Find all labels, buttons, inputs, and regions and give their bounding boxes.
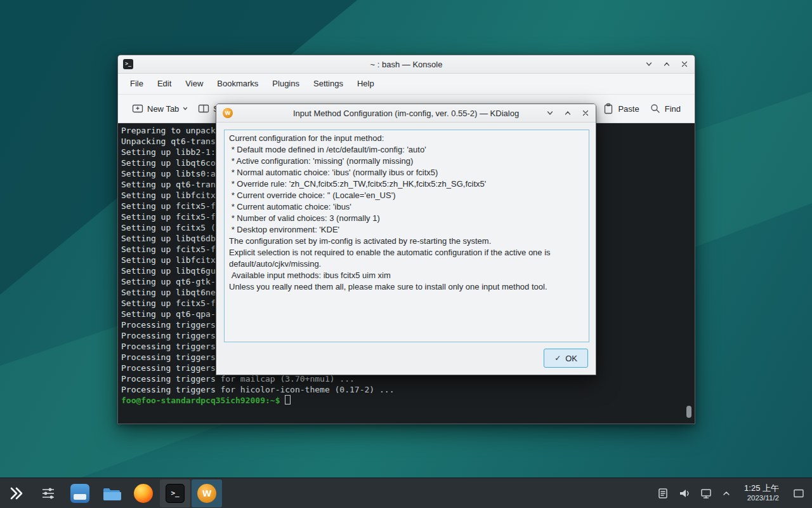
pinned-app-discover[interactable] (65, 479, 95, 507)
dialog-minimize-button[interactable] (545, 108, 555, 118)
config-line: Explicit selection is not required to en… (229, 247, 584, 270)
chevron-down-icon (546, 109, 554, 117)
menu-item-settings[interactable]: Settings (306, 74, 350, 94)
configuration-text-area[interactable]: Current configuration for the input meth… (224, 130, 589, 342)
clock-time: 1:25 上午 (744, 483, 779, 494)
ok-button-label: OK (565, 354, 577, 363)
konsole-app-icon[interactable]: >_ (123, 59, 133, 69)
chevron-down-icon (183, 106, 188, 111)
firefox-icon (134, 484, 153, 503)
display-icon[interactable] (700, 487, 712, 500)
dialog-maximize-button[interactable] (563, 108, 573, 118)
im-config-app-icon: W (223, 108, 233, 118)
paste-label: Paste (618, 104, 639, 114)
config-line: * Desktop environment: 'KDE' (229, 224, 584, 236)
close-icon (681, 60, 688, 68)
ok-button[interactable]: ✓ OK (544, 349, 588, 368)
clipboard-icon (603, 103, 614, 114)
tab-plus-icon (132, 103, 143, 114)
config-line: * Current override choice: '' (Locale='e… (229, 190, 584, 201)
taskbar-app-im-config[interactable]: W (192, 479, 222, 507)
show-desktop-icon (793, 488, 804, 498)
config-line: Unless you really need them all, please … (229, 281, 584, 293)
new-tab-button[interactable]: New Tab (127, 99, 193, 118)
discover-icon (70, 484, 89, 503)
taskbar-app-konsole[interactable]: >_ (160, 479, 190, 507)
im-config-dialog: W Input Method Configuration (im-config,… (216, 104, 596, 375)
dialog-title: Input Method Configuration (im-config, v… (216, 109, 596, 118)
find-label: Find (665, 104, 681, 114)
magnifier-icon (650, 103, 661, 114)
volume-icon[interactable] (678, 487, 691, 500)
konsole-titlebar[interactable]: >_ ~ : bash — Konsole (118, 55, 695, 74)
config-line: * Normal automatic choice: 'ibus' (norma… (229, 167, 584, 178)
konsole-maximize-button[interactable] (662, 59, 672, 69)
menu-item-bookmarks[interactable]: Bookmarks (210, 74, 265, 94)
folder-icon (102, 485, 121, 502)
menu-item-edit[interactable]: Edit (150, 74, 178, 94)
show-desktop-button[interactable] (792, 481, 806, 506)
terminal-line: Processing triggers for hicolor-icon-the… (121, 384, 695, 395)
taskbar: >_ W 1:25 上午 2023/11/2 (0, 478, 812, 508)
config-line: * Current automatic choice: 'ibus' (229, 201, 584, 213)
system-tray: 1:25 上午 2023/11/2 (657, 481, 812, 506)
terminal-prompt-line: foo@foo-standardpcq35ich92009:~$ (121, 395, 695, 406)
dialog-body: Current configuration for the input meth… (216, 123, 596, 375)
shell-prompt: foo@foo-standardpcq35ich92009:~$ (121, 396, 280, 405)
notifications-icon[interactable] (657, 487, 669, 500)
menu-item-help[interactable]: Help (350, 74, 381, 94)
task-manager-settings-button[interactable] (33, 479, 63, 507)
settings-sliders-icon (41, 486, 56, 501)
check-icon: ✓ (554, 354, 561, 363)
app-launcher-button[interactable] (1, 479, 32, 507)
chevron-up-icon (564, 109, 572, 117)
terminal-scrollbar-thumb[interactable] (686, 406, 691, 418)
config-line: * Number of valid choices: 3 (normally 1… (229, 213, 584, 224)
clock-date: 2023/11/2 (744, 493, 779, 503)
config-line: Current configuration for the input meth… (229, 133, 584, 144)
chevron-up-icon (663, 60, 671, 68)
config-line: * Default mode defined in /etc/default/i… (229, 144, 584, 156)
digital-clock[interactable]: 1:25 上午 2023/11/2 (740, 483, 783, 504)
terminal-cursor (285, 395, 291, 404)
chevron-down-icon (645, 60, 653, 68)
new-tab-label: New Tab (147, 104, 179, 114)
config-line: The configuration set by im-config is ac… (229, 236, 584, 247)
close-icon (582, 109, 589, 117)
config-line: * Active configuration: 'missing' (norma… (229, 156, 584, 167)
menu-item-file[interactable]: File (123, 74, 150, 94)
im-config-icon: W (197, 484, 216, 503)
menu-item-plugins[interactable]: Plugins (265, 74, 306, 94)
konsole-icon: >_ (166, 484, 185, 503)
dialog-close-button[interactable] (580, 108, 591, 118)
konsole-minimize-button[interactable] (644, 59, 654, 69)
expand-tray-chevron-up-icon[interactable] (721, 488, 731, 498)
konsole-menubar: File Edit View Bookmarks Plugins Setting… (118, 74, 695, 95)
pinned-app-file-manager[interactable] (96, 479, 127, 507)
konsole-window-title: ~ : bash — Konsole (118, 60, 695, 69)
pinned-app-firefox[interactable] (128, 479, 159, 507)
desktop: >_ ~ : bash — Konsole File Edit View Boo… (0, 0, 812, 508)
config-line: Available input methods: ibus fcitx5 uim… (229, 270, 584, 281)
find-button[interactable]: Find (645, 99, 686, 118)
config-line: * Override rule: 'zh_CN,fcitx5:zh_TW,fci… (229, 178, 584, 190)
konsole-close-button[interactable] (679, 59, 690, 69)
menu-item-view[interactable]: View (178, 74, 210, 94)
app-launcher-icon (8, 485, 25, 502)
dialog-titlebar[interactable]: W Input Method Configuration (im-config,… (216, 104, 596, 123)
split-view-icon (198, 103, 209, 114)
paste-button[interactable]: Paste (598, 99, 644, 118)
